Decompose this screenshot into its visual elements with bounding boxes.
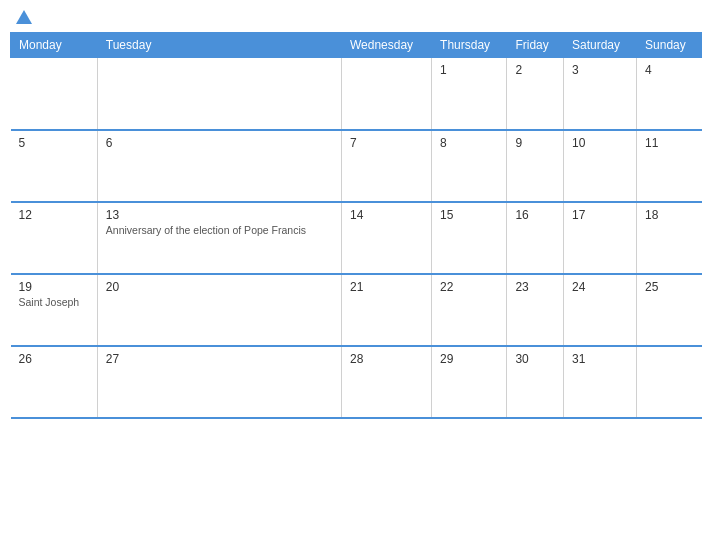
calendar-week-row: 567891011	[11, 130, 702, 202]
day-number: 25	[645, 280, 693, 294]
calendar-cell: 12	[11, 202, 98, 274]
day-number: 31	[572, 352, 628, 366]
calendar-cell	[11, 58, 98, 130]
calendar-week-row: 262728293031	[11, 346, 702, 418]
calendar-cell: 7	[341, 130, 431, 202]
calendar-cell: 15	[432, 202, 507, 274]
calendar-cell: 25	[637, 274, 702, 346]
calendar-cell	[637, 346, 702, 418]
calendar-table: MondayTuesdayWednesdayThursdayFridaySatu…	[10, 32, 702, 419]
day-number: 18	[645, 208, 693, 222]
weekday-header-monday: Monday	[11, 33, 98, 58]
calendar-cell: 31	[564, 346, 637, 418]
calendar-cell: 20	[97, 274, 341, 346]
calendar-cell: 5	[11, 130, 98, 202]
calendar-cell: 3	[564, 58, 637, 130]
calendar-week-row: 19Saint Joseph202122232425	[11, 274, 702, 346]
logo	[14, 10, 34, 24]
calendar-cell: 16	[507, 202, 564, 274]
day-number: 16	[515, 208, 555, 222]
day-number: 11	[645, 136, 693, 150]
calendar-cell: 14	[341, 202, 431, 274]
weekday-header-sunday: Sunday	[637, 33, 702, 58]
calendar-cell: 28	[341, 346, 431, 418]
day-number: 4	[645, 63, 693, 77]
weekday-header-friday: Friday	[507, 33, 564, 58]
day-number: 23	[515, 280, 555, 294]
calendar-cell: 24	[564, 274, 637, 346]
calendar-cell: 27	[97, 346, 341, 418]
day-number: 19	[19, 280, 89, 294]
day-number: 21	[350, 280, 423, 294]
calendar-cell: 17	[564, 202, 637, 274]
weekday-header-tuesday: Tuesday	[97, 33, 341, 58]
day-number: 15	[440, 208, 498, 222]
calendar-cell: 26	[11, 346, 98, 418]
calendar-cell: 30	[507, 346, 564, 418]
day-number: 27	[106, 352, 333, 366]
calendar-cell: 19Saint Joseph	[11, 274, 98, 346]
day-number: 28	[350, 352, 423, 366]
weekday-header-saturday: Saturday	[564, 33, 637, 58]
calendar-cell: 22	[432, 274, 507, 346]
weekday-header-wednesday: Wednesday	[341, 33, 431, 58]
day-number: 20	[106, 280, 333, 294]
day-number: 2	[515, 63, 555, 77]
day-number: 24	[572, 280, 628, 294]
calendar-cell: 10	[564, 130, 637, 202]
calendar-cell: 4	[637, 58, 702, 130]
day-number: 17	[572, 208, 628, 222]
day-number: 10	[572, 136, 628, 150]
day-number: 13	[106, 208, 333, 222]
calendar-cell	[341, 58, 431, 130]
logo-triangle-icon	[16, 10, 32, 24]
calendar-header	[10, 10, 702, 24]
day-number: 7	[350, 136, 423, 150]
day-number: 6	[106, 136, 333, 150]
calendar-cell: 29	[432, 346, 507, 418]
calendar-week-row: 1234	[11, 58, 702, 130]
calendar-cell: 2	[507, 58, 564, 130]
calendar-cell: 18	[637, 202, 702, 274]
day-number: 3	[572, 63, 628, 77]
day-number: 1	[440, 63, 498, 77]
day-number: 29	[440, 352, 498, 366]
day-number: 14	[350, 208, 423, 222]
day-number: 26	[19, 352, 89, 366]
calendar-cell: 8	[432, 130, 507, 202]
calendar-cell: 1	[432, 58, 507, 130]
day-number: 9	[515, 136, 555, 150]
calendar-cell: 11	[637, 130, 702, 202]
event-label: Anniversary of the election of Pope Fran…	[106, 224, 333, 238]
weekday-header-row: MondayTuesdayWednesdayThursdayFridaySatu…	[11, 33, 702, 58]
calendar-cell: 13Anniversary of the election of Pope Fr…	[97, 202, 341, 274]
day-number: 5	[19, 136, 89, 150]
day-number: 8	[440, 136, 498, 150]
calendar-cell: 21	[341, 274, 431, 346]
calendar-cell: 9	[507, 130, 564, 202]
calendar-cell	[97, 58, 341, 130]
day-number: 12	[19, 208, 89, 222]
event-label: Saint Joseph	[19, 296, 89, 310]
calendar-week-row: 1213Anniversary of the election of Pope …	[11, 202, 702, 274]
calendar-cell: 6	[97, 130, 341, 202]
day-number: 30	[515, 352, 555, 366]
day-number: 22	[440, 280, 498, 294]
weekday-header-thursday: Thursday	[432, 33, 507, 58]
calendar-cell: 23	[507, 274, 564, 346]
